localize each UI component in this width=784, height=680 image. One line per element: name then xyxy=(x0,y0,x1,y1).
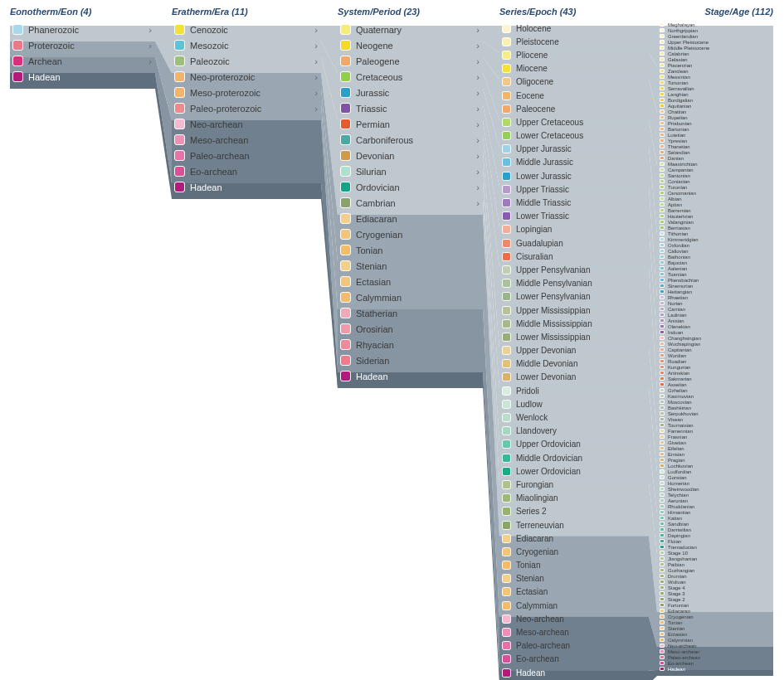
timeline-item[interactable]: Mesozoic› xyxy=(172,37,321,53)
timeline-item-label: Ectasian xyxy=(668,632,770,637)
timeline-item-label: Gzhelian xyxy=(668,388,770,393)
color-swatch xyxy=(660,568,665,572)
timeline-item-label: Furongian xyxy=(516,480,645,489)
timeline-item-label: Ordovician xyxy=(356,182,476,192)
color-swatch xyxy=(502,521,511,530)
timeline-item[interactable]: Cenozoic› xyxy=(172,22,321,37)
timeline-item[interactable]: Permian› xyxy=(338,116,483,132)
timeline-item[interactable]: Paleozoic› xyxy=(172,53,321,69)
timeline-item: Sheinwoodian xyxy=(657,486,773,492)
timeline-item-label: Rhaetian xyxy=(668,295,770,300)
timeline-item-label: Callovian xyxy=(668,249,770,254)
timeline-item-label: Lochkovian xyxy=(668,464,770,469)
timeline-item: Middle Triassic xyxy=(499,196,649,209)
timeline-item: Hauterivian xyxy=(657,213,773,219)
color-swatch xyxy=(660,324,665,328)
timeline-item[interactable]: Cambrian› xyxy=(338,195,483,211)
timeline-item: Givetian xyxy=(657,440,773,445)
color-swatch xyxy=(660,504,665,508)
color-swatch xyxy=(340,166,351,177)
color-swatch xyxy=(340,197,351,208)
timeline-item: Jiangshanian xyxy=(657,556,773,561)
timeline-item[interactable]: Archean› xyxy=(10,53,155,69)
color-swatch xyxy=(502,144,511,153)
timeline-item[interactable]: Cretaceous› xyxy=(338,69,483,85)
timeline-item: Olenekian xyxy=(657,323,773,329)
timeline-item-label: Eo-archean xyxy=(516,654,645,663)
timeline-item-label: Burdigalian xyxy=(668,98,770,103)
timeline-item-label: Messinian xyxy=(668,75,770,80)
timeline-item[interactable]: Silurian› xyxy=(338,163,483,179)
timeline-item-label: Ediacaran xyxy=(356,214,480,224)
timeline-item[interactable]: Phanerozoic› xyxy=(10,22,155,37)
timeline-item: Aquitanian xyxy=(657,103,773,109)
timeline-item-label: Oligocene xyxy=(516,77,645,86)
timeline-item-label: Pliocene xyxy=(516,51,645,60)
timeline-item[interactable]: Meso-proterozoic› xyxy=(172,85,321,100)
color-swatch xyxy=(660,458,665,462)
chevron-right-icon: › xyxy=(149,41,152,51)
timeline-item: Hadean xyxy=(499,666,649,679)
timeline-item: Tonian xyxy=(657,619,773,625)
color-swatch xyxy=(340,134,351,145)
timeline-item-label: Stage 2 xyxy=(668,597,770,602)
timeline-item-label: Eocene xyxy=(516,91,645,100)
timeline-item-label: Llandovery xyxy=(516,426,645,435)
timeline-item[interactable]: Neo-proterozoic› xyxy=(172,69,321,85)
timeline-item[interactable]: Paleogene› xyxy=(338,53,483,69)
color-swatch xyxy=(660,464,665,468)
timeline-item: Chattian xyxy=(657,109,773,114)
color-swatch xyxy=(174,87,185,98)
timeline-item: Ectasian xyxy=(499,585,649,599)
timeline-item-label: Tonian xyxy=(356,245,480,255)
timeline-item-label: Bashkirian xyxy=(668,406,770,410)
color-swatch xyxy=(660,440,665,444)
timeline-item: Kimmeridgian xyxy=(657,236,773,242)
timeline-item-label: Ectasian xyxy=(356,277,480,287)
timeline-item: Neo-archean xyxy=(499,612,649,625)
timeline-item: Priabonian xyxy=(657,120,773,126)
color-swatch xyxy=(660,168,665,172)
timeline-item-label: Middle Triassic xyxy=(516,198,645,207)
timeline-item[interactable]: Proterozoic› xyxy=(10,37,155,53)
timeline-item: Maastrichtian xyxy=(657,161,773,167)
color-swatch xyxy=(660,452,665,456)
timeline-item[interactable]: Quaternary› xyxy=(338,22,483,37)
timeline-item[interactable]: Triassic› xyxy=(338,100,483,116)
timeline-item-label: Katian xyxy=(668,516,770,521)
color-swatch xyxy=(660,429,665,433)
timeline-item-label: Hadean xyxy=(28,72,152,82)
timeline-item[interactable]: Ordovician› xyxy=(338,179,483,195)
color-swatch xyxy=(660,516,665,520)
timeline-item-label: Cambrian xyxy=(356,198,476,208)
color-swatch xyxy=(660,411,665,415)
timeline-item-label: Stage 10 xyxy=(668,551,770,556)
timeline-item[interactable]: Devonian› xyxy=(338,148,483,163)
color-swatch xyxy=(174,182,185,192)
timeline-item[interactable]: Jurassic› xyxy=(338,85,483,100)
timeline-columns: Eonotherm/Eon (4)Phanerozoic›Proterozoic… xyxy=(0,0,784,680)
timeline-item-label: Artinskian xyxy=(668,371,770,376)
timeline-item: Middle Jurassic xyxy=(499,156,649,169)
color-swatch xyxy=(340,213,351,224)
timeline-item[interactable]: Paleo-proterozoic› xyxy=(172,100,321,116)
timeline-item-label: Calymmian xyxy=(668,638,770,643)
color-swatch xyxy=(660,667,665,671)
timeline-item-label: Stenian xyxy=(516,574,645,583)
color-swatch xyxy=(174,56,185,66)
timeline-item: Oxfordian xyxy=(657,242,773,248)
timeline-item[interactable]: Carboniferous› xyxy=(338,132,483,148)
chevron-right-icon: › xyxy=(149,56,152,66)
timeline-item: Moscovian xyxy=(657,399,773,405)
timeline-item: Zanclean xyxy=(657,68,773,74)
timeline-item: Piacenzian xyxy=(657,62,773,68)
color-swatch xyxy=(340,308,351,318)
timeline-item: Coniacian xyxy=(657,178,773,184)
timeline-item-label: Aeronian xyxy=(668,498,770,503)
timeline-item[interactable]: Neogene› xyxy=(338,37,483,53)
timeline-item-label: Cretaceous xyxy=(356,72,476,82)
timeline-item-label: Meso-archean xyxy=(516,628,645,637)
timeline-item: Upper Ordovician xyxy=(499,438,649,451)
timeline-item: Tithonian xyxy=(657,231,773,236)
timeline-item-label: Drumian xyxy=(668,574,770,579)
